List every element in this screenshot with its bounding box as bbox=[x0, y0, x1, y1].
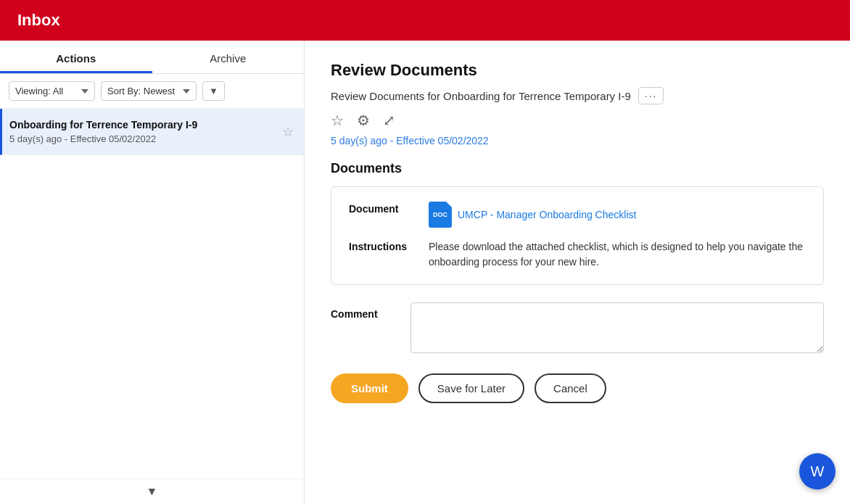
viewing-select[interactable]: Viewing: All Viewing: Mine bbox=[9, 81, 95, 101]
document-link[interactable]: UMCP - Manager Onboarding Checklist bbox=[458, 209, 636, 220]
comment-label: Comment bbox=[331, 302, 393, 320]
sidebar-filters: Viewing: All Viewing: Mine Sort By: Newe… bbox=[0, 74, 304, 109]
date-ago-text: 5 day(s) ago - bbox=[331, 135, 393, 146]
content-date: 5 day(s) ago - Effective 05/02/2022 bbox=[331, 135, 824, 146]
doc-file-icon: DOC bbox=[429, 202, 452, 228]
instructions-label: Instructions bbox=[349, 239, 429, 252]
list-item-content: Onboarding for Terrence Temporary I-9 5 … bbox=[9, 119, 197, 144]
document-card: Document DOC UMCP - Manager Onboarding C… bbox=[331, 186, 824, 285]
content-page-title: Review Documents bbox=[331, 61, 824, 80]
sort-select[interactable]: Sort By: Newest Sort By: Oldest bbox=[101, 81, 197, 101]
chat-icon: W bbox=[811, 463, 825, 480]
documents-section-title: Documents bbox=[331, 161, 824, 176]
expand-action-icon[interactable]: ⤢ bbox=[383, 112, 395, 129]
content-subtitle-row: Review Documents for Onboarding for Terr… bbox=[331, 87, 824, 104]
gear-action-icon[interactable]: ⚙ bbox=[357, 112, 370, 129]
header: Inbox bbox=[0, 0, 850, 41]
action-buttons: Submit Save for Later Cancel bbox=[331, 373, 824, 403]
sidebar: Actions Archive Viewing: All Viewing: Mi… bbox=[0, 41, 305, 504]
instructions-row: Instructions Please download the attache… bbox=[349, 239, 806, 270]
star-action-icon[interactable]: ☆ bbox=[331, 112, 344, 129]
sidebar-tabs: Actions Archive bbox=[0, 41, 304, 74]
content-area: Review Documents Review Documents for On… bbox=[305, 41, 850, 504]
sidebar-list: Onboarding for Terrence Temporary I-9 5 … bbox=[0, 109, 304, 479]
star-icon[interactable]: ☆ bbox=[282, 124, 294, 140]
more-options-button[interactable]: ··· bbox=[638, 87, 664, 104]
list-item-title: Onboarding for Terrence Temporary I-9 bbox=[9, 119, 197, 131]
document-row: Document DOC UMCP - Manager Onboarding C… bbox=[349, 202, 806, 228]
content-subtitle: Review Documents for Onboarding for Terr… bbox=[331, 90, 631, 102]
save-for-later-button[interactable]: Save for Later bbox=[418, 373, 524, 403]
filter-extra-button[interactable]: ▼ bbox=[202, 81, 225, 101]
tab-archive[interactable]: Archive bbox=[152, 41, 305, 73]
submit-button[interactable]: Submit bbox=[331, 373, 408, 403]
action-icons: ☆ ⚙ ⤢ bbox=[331, 112, 824, 129]
document-value: DOC UMCP - Manager Onboarding Checklist bbox=[429, 202, 636, 228]
tab-actions[interactable]: Actions bbox=[0, 41, 152, 73]
scroll-down-button[interactable]: ▼ bbox=[0, 479, 304, 504]
list-item[interactable]: Onboarding for Terrence Temporary I-9 5 … bbox=[0, 109, 304, 155]
page-title: Inbox bbox=[17, 11, 60, 30]
cancel-button[interactable]: Cancel bbox=[535, 373, 606, 403]
chat-bubble-button[interactable]: W bbox=[799, 453, 835, 489]
comment-input[interactable] bbox=[410, 302, 824, 353]
main-layout: Actions Archive Viewing: All Viewing: Mi… bbox=[0, 41, 850, 504]
document-label: Document bbox=[349, 202, 429, 215]
instructions-text: Please download the attached checklist, … bbox=[429, 239, 806, 270]
list-item-subtitle: 5 day(s) ago - Effective 05/02/2022 bbox=[9, 133, 197, 144]
effective-date: Effective 05/02/2022 bbox=[396, 135, 488, 146]
comment-section: Comment bbox=[331, 302, 824, 353]
